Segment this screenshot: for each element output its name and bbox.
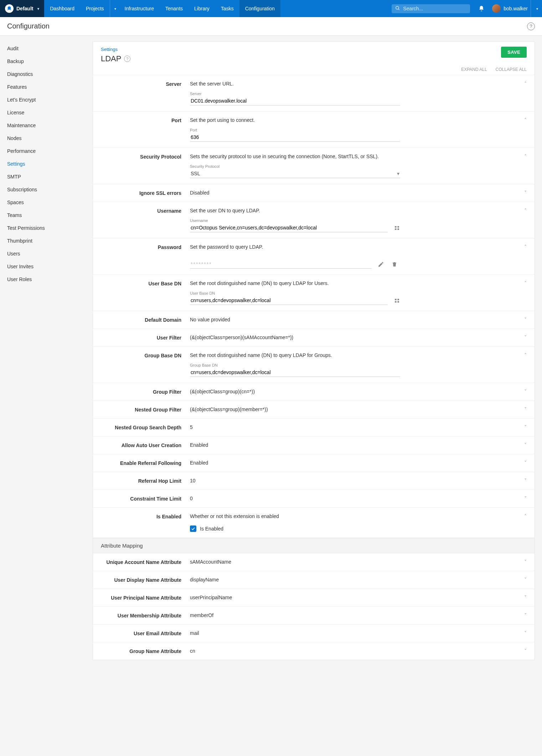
select-security-protocol[interactable]: SSL ▾ — [190, 169, 400, 178]
chevron-up-icon[interactable]: ˄ — [524, 244, 527, 250]
sidebar-maintenance[interactable]: Maintenance — [5, 119, 88, 132]
input-user-base-dn[interactable] — [190, 296, 388, 305]
chevron-down-icon[interactable]: ˅ — [524, 460, 527, 466]
input-password[interactable] — [190, 260, 372, 269]
chevron-up-icon[interactable]: ˄ — [524, 154, 527, 159]
nav-projects-dropdown[interactable]: ▾ — [110, 0, 119, 17]
sidebar-userroles[interactable]: User Roles — [5, 273, 88, 286]
info-icon[interactable]: ? — [124, 56, 130, 62]
chevron-up-icon[interactable]: ˄ — [524, 208, 527, 213]
chevron-down-icon[interactable]: ˅ — [524, 317, 527, 322]
row-default-domain[interactable]: Default Domain No value provided ˅ — [93, 311, 535, 329]
label-sec: Security Protocol — [101, 154, 190, 178]
variable-icon[interactable] — [393, 296, 401, 305]
edit-icon[interactable] — [377, 260, 385, 269]
sidebar-license[interactable]: License — [5, 106, 88, 119]
row-username: Username Set the user DN to query LDAP. … — [93, 202, 535, 238]
chevron-down-icon[interactable]: ˅ — [524, 335, 527, 340]
row-attr-group[interactable]: Group Name Attribute cn ˅ — [93, 642, 535, 660]
chevron-down-icon[interactable]: ˅ — [524, 595, 527, 600]
sidebar-smtp[interactable]: SMTP — [5, 170, 88, 183]
row-attr-display[interactable]: User Display Name Attribute displayName … — [93, 571, 535, 589]
sidebar-spaces[interactable]: Spaces — [5, 196, 88, 209]
checkbox-is-enabled[interactable] — [190, 525, 196, 532]
chevron-down-icon[interactable]: ˅ — [524, 496, 527, 501]
save-button[interactable]: SAVE — [501, 47, 527, 58]
sidebar-nodes[interactable]: Nodes — [5, 132, 88, 145]
nav-infrastructure[interactable]: Infrastructure — [119, 0, 160, 17]
chevron-up-icon[interactable]: ˄ — [524, 352, 527, 358]
row-time-limit[interactable]: Constraint Time Limit 0 ˅ — [93, 490, 535, 508]
row-attr-member[interactable]: User Membership Attribute memberOf ˅ — [93, 607, 535, 625]
user-dropdown[interactable]: ▾ — [531, 0, 542, 17]
row-referral[interactable]: Enable Referral Following Enabled ˅ — [93, 454, 535, 472]
chevron-down-icon[interactable]: ˅ — [524, 478, 527, 483]
trash-icon[interactable] — [390, 260, 399, 269]
nav-projects[interactable]: Projects — [80, 0, 110, 17]
chevron-down-icon[interactable]: ˅ — [524, 190, 527, 196]
breadcrumb-settings[interactable]: Settings — [101, 47, 130, 52]
sidebar-performance[interactable]: Performance — [5, 145, 88, 157]
search-input[interactable] — [403, 6, 466, 11]
chevron-up-icon[interactable]: ˄ — [524, 117, 527, 123]
notifications-icon[interactable] — [475, 5, 488, 12]
chevron-up-icon[interactable]: ˄ — [524, 280, 527, 286]
input-username[interactable] — [190, 223, 388, 232]
chevron-down-icon[interactable]: ˅ — [524, 442, 527, 448]
sidebar-subscriptions[interactable]: Subscriptions — [5, 183, 88, 196]
nav-library[interactable]: Library — [189, 0, 215, 17]
row-hop-limit[interactable]: Referral Hop Limit 10 ˅ — [93, 472, 535, 490]
chevron-down-icon[interactable]: ˅ — [524, 648, 527, 654]
nav-dashboard[interactable]: Dashboard — [44, 0, 80, 17]
chevron-down-icon[interactable]: ˅ — [524, 389, 527, 394]
row-ignore-ssl[interactable]: Ignore SSL errors Disabled ˅ — [93, 184, 535, 202]
row-nested-group-filter[interactable]: Nested Group Filter (&(objectClass=group… — [93, 401, 535, 419]
sidebar-settings[interactable]: Settings — [5, 157, 88, 170]
flabel-groupbasedn: Group Base DN — [190, 363, 512, 367]
nav-tasks[interactable]: Tasks — [215, 0, 239, 17]
svg-rect-7 — [395, 299, 397, 300]
sidebar-thumbprint[interactable]: Thumbprint — [5, 234, 88, 247]
input-port[interactable] — [190, 133, 400, 142]
sidebar-backup[interactable]: Backup — [5, 55, 88, 68]
chevron-down-icon[interactable]: ˅ — [524, 424, 527, 430]
chevron-up-icon[interactable]: ˄ — [524, 81, 527, 87]
sidebar-userinvites[interactable]: User Invites — [5, 260, 88, 273]
chevron-down-icon[interactable]: ˅ — [524, 630, 527, 636]
row-attr-principal[interactable]: User Principal Name Attribute userPrinci… — [93, 589, 535, 607]
user-menu[interactable]: bob.walker — [488, 4, 531, 13]
sidebar-letsencrypt[interactable]: Let's Encrypt — [5, 93, 88, 106]
avatar — [492, 4, 501, 13]
chevron-down-icon[interactable]: ˅ — [524, 577, 527, 582]
value-attr-display: displayName — [190, 577, 512, 582]
sidebar-teams[interactable]: Teams — [5, 209, 88, 222]
svg-rect-6 — [397, 228, 399, 230]
chevron-up-icon[interactable]: ˄ — [524, 513, 527, 519]
row-attr-email[interactable]: User Email Attribute mail ˅ — [93, 625, 535, 642]
row-auto-user[interactable]: Allow Auto User Creation Enabled ˅ — [93, 436, 535, 454]
row-attr-unique[interactable]: Unique Account Name Attribute sAMAccount… — [93, 553, 535, 571]
sidebar-testpermissions[interactable]: Test Permissions — [5, 222, 88, 234]
expand-all[interactable]: EXPAND ALL — [461, 67, 487, 72]
row-group-filter[interactable]: Group Filter (&(objectClass=group)(cn=*)… — [93, 383, 535, 401]
chevron-down-icon[interactable]: ˅ — [524, 559, 527, 565]
collapse-all[interactable]: COLLAPSE ALL — [496, 67, 527, 72]
label-defaultdomain: Default Domain — [101, 317, 190, 323]
sidebar-audit[interactable]: Audit — [5, 42, 88, 55]
variable-icon[interactable] — [393, 224, 401, 232]
input-server[interactable] — [190, 97, 400, 105]
row-user-filter[interactable]: User Filter (&(objectClass=person)(sAMAc… — [93, 329, 535, 347]
input-group-base-dn[interactable] — [190, 368, 400, 377]
help-icon[interactable]: ? — [527, 22, 535, 30]
chevron-down-icon[interactable]: ˅ — [524, 407, 527, 412]
sidebar-diagnostics[interactable]: Diagnostics — [5, 68, 88, 81]
chevron-down-icon[interactable]: ˅ — [524, 612, 527, 618]
search-box[interactable] — [392, 4, 470, 13]
sidebar-users[interactable]: Users — [5, 247, 88, 260]
nav-tenants[interactable]: Tenants — [160, 0, 189, 17]
row-nested-depth[interactable]: Nested Group Search Depth 5 ˅ — [93, 419, 535, 436]
sidebar-features[interactable]: Features — [5, 81, 88, 93]
space-selector[interactable]: Default ▾ — [0, 0, 44, 17]
label-attr-display: User Display Name Attribute — [101, 577, 190, 583]
nav-configuration[interactable]: Configuration — [239, 0, 280, 17]
